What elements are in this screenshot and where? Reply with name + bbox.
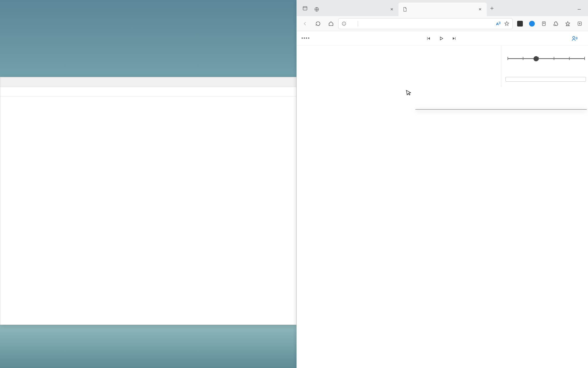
extension-icon-1[interactable] <box>514 18 526 29</box>
file-icon <box>402 6 408 12</box>
file-badge <box>349 23 355 24</box>
svg-rect-0 <box>303 6 307 10</box>
text-size-icon[interactable]: A)) <box>496 21 501 26</box>
menu-edit[interactable] <box>2 91 5 93</box>
minimize-button[interactable] <box>571 3 587 16</box>
refresh-button[interactable] <box>312 18 324 29</box>
notepad-titlebar[interactable] <box>0 77 296 87</box>
edge-window: ✕ ✕ <box>296 0 588 368</box>
separator <box>358 21 358 27</box>
extensions-icon[interactable] <box>550 18 562 29</box>
home-button[interactable] <box>325 18 337 29</box>
toolbar: A)) <box>297 16 588 31</box>
page-body[interactable] <box>297 46 588 368</box>
extension-icon-2[interactable] <box>526 18 538 29</box>
reader-icon[interactable] <box>538 18 550 29</box>
collections-icon[interactable] <box>574 18 585 29</box>
favorites-icon[interactable] <box>562 18 573 29</box>
speed-slider[interactable] <box>505 56 587 66</box>
voice-settings-button[interactable] <box>568 34 583 43</box>
favorite-icon[interactable] <box>504 21 509 26</box>
slider-thumb[interactable] <box>533 56 539 61</box>
svg-point-16 <box>573 36 575 38</box>
voice-select[interactable] <box>505 77 586 82</box>
play-button[interactable] <box>435 33 448 44</box>
notepad-menubar[interactable] <box>0 87 296 96</box>
tab-actions-button[interactable] <box>300 3 310 14</box>
back-button[interactable] <box>299 18 311 29</box>
window-controls <box>571 3 588 16</box>
info-icon[interactable] <box>342 21 346 26</box>
address-bar[interactable]: A)) <box>338 18 513 29</box>
readaloud-bar: •••• <box>297 31 588 46</box>
tab-new[interactable]: ✕ <box>310 3 398 16</box>
close-icon[interactable]: ✕ <box>389 6 395 12</box>
notepad-textarea[interactable] <box>0 96 296 107</box>
menu-view[interactable] <box>13 91 16 93</box>
tab-strip: ✕ ✕ <box>297 0 588 16</box>
voice-icon <box>571 35 578 42</box>
new-tab-button[interactable] <box>487 3 497 14</box>
prev-button[interactable] <box>422 33 435 44</box>
notepad-window <box>0 77 296 325</box>
close-icon[interactable]: ✕ <box>477 6 483 12</box>
next-button[interactable] <box>448 33 461 44</box>
voice-dropdown[interactable] <box>415 109 587 110</box>
voice-options-panel <box>501 46 588 87</box>
tab-file[interactable]: ✕ <box>398 3 487 16</box>
more-icon[interactable]: •••• <box>301 36 310 41</box>
globe-icon <box>314 6 320 12</box>
